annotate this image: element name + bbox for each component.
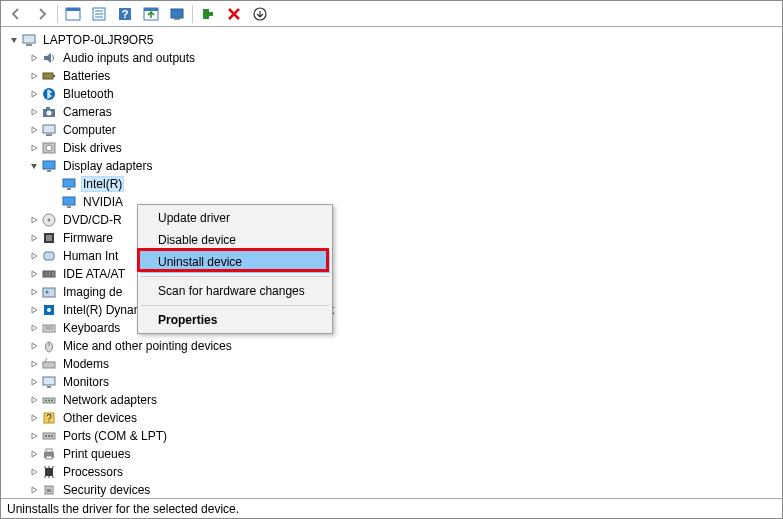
context-menu-separator xyxy=(141,276,329,277)
context-menu-separator xyxy=(141,305,329,306)
tree-category[interactable]: ?Other devices xyxy=(1,409,782,427)
network-icon xyxy=(41,392,57,408)
expander-icon[interactable] xyxy=(27,375,41,389)
tree-root[interactable]: LAPTOP-0LJR9OR5 xyxy=(1,31,782,49)
update-driver-button[interactable] xyxy=(139,3,163,25)
category-label: Human Int xyxy=(61,248,120,264)
scan-hardware-button[interactable] xyxy=(165,3,189,25)
svg-rect-37 xyxy=(44,252,54,260)
expander-icon[interactable] xyxy=(27,429,41,443)
help-button[interactable]: ? xyxy=(113,3,137,25)
tree-category[interactable]: Keyboards xyxy=(1,319,782,337)
modem-icon xyxy=(41,356,57,372)
tree-category[interactable]: Security devices xyxy=(1,481,782,498)
tree-category[interactable]: Cameras xyxy=(1,103,782,121)
expander-icon[interactable] xyxy=(27,213,41,227)
tree-category[interactable]: Modems xyxy=(1,355,782,373)
dvd-icon xyxy=(41,212,57,228)
toolbar: ? xyxy=(1,1,782,27)
expander-icon[interactable] xyxy=(27,249,41,263)
expander-icon[interactable] xyxy=(27,159,41,173)
down-arrow-button[interactable] xyxy=(248,3,272,25)
svg-point-45 xyxy=(47,308,51,312)
bluetooth-icon xyxy=(41,86,57,102)
tree-category[interactable]: IDE ATA/AT xyxy=(1,265,782,283)
tree-category[interactable]: DVD/CD-R xyxy=(1,211,782,229)
svg-text:?: ? xyxy=(46,413,52,424)
audio-icon xyxy=(41,50,57,66)
show-hidden-button[interactable] xyxy=(61,3,85,25)
expander-icon[interactable] xyxy=(7,33,21,47)
tree-category[interactable]: Ports (COM & LPT) xyxy=(1,427,782,445)
tree-category[interactable]: Intel(R) Dynamic Platform and Thermal Fr… xyxy=(1,301,782,319)
expander-icon[interactable] xyxy=(27,87,41,101)
device-tree[interactable]: LAPTOP-0LJR9OR5 Audio inputs and outputs… xyxy=(1,27,782,498)
properties-button[interactable] xyxy=(87,3,111,25)
svg-rect-36 xyxy=(46,235,52,241)
tree-category[interactable]: Batteries xyxy=(1,67,782,85)
tree-category[interactable]: Computer xyxy=(1,121,782,139)
tree-category[interactable]: Print queues xyxy=(1,445,782,463)
tree-category[interactable]: Human Int xyxy=(1,247,782,265)
expander-icon[interactable] xyxy=(27,393,41,407)
category-label: Ports (COM & LPT) xyxy=(61,428,169,444)
context-menu-item[interactable]: Update driver xyxy=(140,207,330,229)
expander-icon[interactable] xyxy=(27,267,41,281)
ports-icon xyxy=(41,428,57,444)
expander-icon[interactable] xyxy=(27,141,41,155)
expander-icon[interactable] xyxy=(27,51,41,65)
add-legacy-button[interactable] xyxy=(196,3,220,25)
toolbar-separator xyxy=(57,5,58,23)
context-menu-item[interactable]: Disable device xyxy=(140,229,330,251)
expander-icon[interactable] xyxy=(27,105,41,119)
tree-category[interactable]: Network adapters xyxy=(1,391,782,409)
svg-rect-75 xyxy=(47,489,51,492)
svg-point-34 xyxy=(48,219,51,222)
expander-icon[interactable] xyxy=(27,465,41,479)
back-button[interactable] xyxy=(4,3,28,25)
svg-rect-16 xyxy=(26,44,32,46)
expander-icon[interactable] xyxy=(27,411,41,425)
category-label: Processors xyxy=(61,464,125,480)
firmware-icon xyxy=(41,230,57,246)
expander-icon[interactable] xyxy=(27,483,41,497)
expander-icon[interactable] xyxy=(27,69,41,83)
tree-category[interactable]: Mice and other pointing devices xyxy=(1,337,782,355)
context-menu-item[interactable]: Uninstall device xyxy=(140,251,330,273)
security-icon xyxy=(41,482,57,498)
context-menu: Update driverDisable deviceUninstall dev… xyxy=(137,204,333,334)
category-label: Audio inputs and outputs xyxy=(61,50,197,66)
camera-icon xyxy=(41,104,57,120)
battery-icon xyxy=(41,68,57,84)
forward-button[interactable] xyxy=(30,3,54,25)
tree-category[interactable]: Firmware xyxy=(1,229,782,247)
category-label: Network adapters xyxy=(61,392,159,408)
expander-icon[interactable] xyxy=(27,357,41,371)
expander-icon[interactable] xyxy=(27,339,41,353)
expander-icon[interactable] xyxy=(27,303,41,317)
tree-device[interactable]: NVIDIA xyxy=(1,193,782,211)
tree-category[interactable]: Display adapters xyxy=(1,157,782,175)
tree-category[interactable]: Audio inputs and outputs xyxy=(1,49,782,67)
computer-icon xyxy=(41,122,57,138)
expander-icon[interactable] xyxy=(27,447,41,461)
context-menu-item[interactable]: Scan for hardware changes xyxy=(140,280,330,302)
tree-category[interactable]: Processors xyxy=(1,463,782,481)
expander-icon[interactable] xyxy=(27,285,41,299)
svg-rect-22 xyxy=(46,107,50,109)
expander-icon[interactable] xyxy=(27,321,41,335)
uninstall-button[interactable] xyxy=(222,3,246,25)
tree-category[interactable]: Disk drives xyxy=(1,139,782,157)
expander-icon[interactable] xyxy=(27,231,41,245)
svg-rect-15 xyxy=(23,35,35,43)
tree-category[interactable]: Imaging de xyxy=(1,283,782,301)
svg-point-57 xyxy=(51,400,53,402)
tree-device[interactable]: Intel(R) xyxy=(1,175,782,193)
tree-category[interactable]: Monitors xyxy=(1,373,782,391)
expander-icon[interactable] xyxy=(27,123,41,137)
svg-point-56 xyxy=(48,400,50,402)
context-menu-item[interactable]: Properties xyxy=(140,309,330,331)
tree-category[interactable]: Bluetooth xyxy=(1,85,782,103)
svg-rect-17 xyxy=(43,73,53,79)
svg-rect-66 xyxy=(46,456,52,459)
